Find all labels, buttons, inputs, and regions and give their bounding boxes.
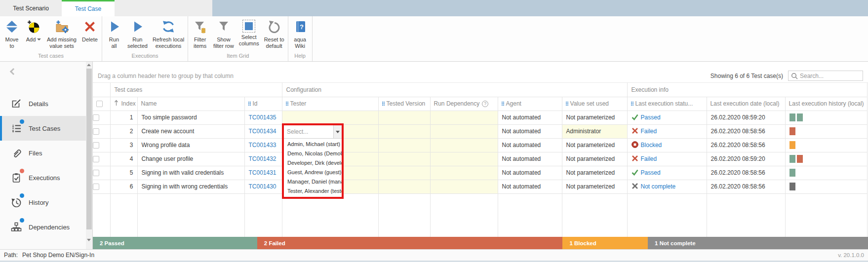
cell-name: Change user profile (137, 152, 244, 166)
sidebar-collapse-button[interactable] (0, 62, 92, 81)
status-link[interactable]: Failed (641, 155, 657, 162)
cell-id-link[interactable]: TC001430 (244, 180, 282, 193)
ribbon-group-help: ? aqua Wiki Help (288, 16, 313, 61)
tester-option[interactable]: Guest, Andrew (guest) (284, 168, 342, 177)
cell-tester[interactable] (282, 111, 378, 124)
tab-test-case[interactable]: Test Case (62, 0, 115, 16)
tester-option[interactable]: Tester, Alexander (tester) (284, 187, 342, 196)
cell-history (785, 152, 867, 166)
column-drag-icon (631, 102, 632, 103)
row-checkbox[interactable] (93, 114, 99, 121)
column-group-header[interactable]: Configuration (282, 83, 627, 97)
tab-test-scenario[interactable]: Test Scenario (0, 0, 62, 16)
cell-id-link[interactable]: TC001433 (244, 138, 282, 152)
table-row[interactable]: 4Change user profileTC001432Not automate… (93, 152, 867, 166)
scroll-up-icon[interactable] (87, 64, 91, 66)
status-segment: 1 Blocked (562, 237, 648, 249)
passed-icon (631, 113, 638, 122)
cell-tested-version[interactable] (378, 111, 430, 124)
cell-id-link[interactable]: TC001435 (244, 111, 282, 124)
run-selected-button[interactable]: Run selected (125, 19, 150, 50)
select-columns-icon (242, 20, 255, 33)
cell-run-dependency[interactable] (430, 152, 498, 166)
table-row[interactable]: 2Create new accountTC001434Not automated… (93, 124, 867, 138)
add-button[interactable]: Add (23, 19, 44, 44)
cell-index: 5 (110, 166, 137, 180)
column-header[interactable]: Agent (498, 97, 562, 111)
delete-button[interactable]: Delete (79, 19, 101, 44)
move-to-button[interactable]: Move to (1, 19, 23, 50)
cell-tested-version[interactable] (378, 166, 430, 180)
cell-run-dependency[interactable] (430, 166, 498, 180)
cell-agent: Not automated (498, 166, 562, 180)
column-group-header[interactable]: Test cases (110, 83, 282, 97)
sidebar-item-executions[interactable]: Executions (0, 165, 92, 190)
tester-select-editor[interactable]: Select... (284, 125, 342, 139)
cell-status: Failed (627, 124, 707, 138)
search-box[interactable] (788, 71, 863, 81)
select-all-checkbox[interactable] (96, 101, 103, 107)
group-by-banner[interactable]: Drag a column header here to group by th… (93, 73, 710, 79)
cell-tested-version[interactable] (378, 138, 430, 152)
column-header[interactable]: Index (110, 97, 137, 111)
column-header[interactable]: Tested Version (378, 97, 430, 111)
dropdown-arrow-button[interactable] (333, 125, 342, 138)
table-row[interactable]: 3Wrong profile dataTC001433Not automated… (93, 138, 867, 152)
cell-id-link[interactable]: TC001431 (244, 166, 282, 180)
row-checkbox[interactable] (93, 184, 99, 190)
sidebar-item-files[interactable]: Files (0, 141, 92, 165)
cell-id-link[interactable]: TC001434 (244, 124, 282, 138)
status-link[interactable]: Passed (641, 169, 661, 176)
show-filter-row-button[interactable]: Show filter row (211, 19, 237, 50)
search-input[interactable] (800, 73, 860, 79)
column-header[interactable]: Id (244, 97, 282, 111)
cell-tested-version[interactable] (378, 152, 430, 166)
table-row[interactable]: 5Signing in with valid credentialsTC0014… (93, 166, 867, 180)
select-columns-button[interactable]: Select columns (237, 19, 262, 48)
status-link[interactable]: Failed (641, 128, 657, 135)
row-checkbox[interactable] (93, 142, 99, 149)
column-header[interactable]: Tester (282, 97, 378, 111)
cell-run-dependency[interactable] (430, 111, 498, 124)
status-link[interactable]: Blocked (641, 142, 662, 149)
cell-run-dependency[interactable] (430, 180, 498, 193)
cell-run-dependency[interactable] (430, 124, 498, 138)
sidebar-item-details[interactable]: Details (0, 91, 92, 116)
column-header[interactable]: Last execution history (local) (785, 97, 867, 111)
status-link[interactable]: Not complete (641, 183, 676, 190)
table-row[interactable]: 6Signing in with wrong credentialsTC0014… (93, 180, 867, 193)
cell-tested-version[interactable] (378, 180, 430, 193)
tester-option[interactable]: Manager, Daniel (manager) (284, 177, 342, 187)
sidebar-item-dependencies[interactable]: Dependencies (0, 215, 92, 239)
column-group-header[interactable]: Execution info (627, 83, 867, 97)
tester-option[interactable]: Demo, Nicolas (DemoUser) (284, 149, 342, 158)
cell-run-dependency[interactable] (430, 138, 498, 152)
scroll-down-icon[interactable] (87, 239, 91, 241)
row-checkbox[interactable] (93, 128, 99, 135)
cell-id-link[interactable]: TC001432 (244, 152, 282, 166)
tester-option[interactable]: Admin, Michael (start) (284, 140, 342, 149)
column-header-row: IndexNameIdTesterTested VersionRun Depen… (93, 97, 867, 111)
row-checkbox[interactable] (93, 170, 99, 176)
reset-to-default-button[interactable]: Reset to default (262, 19, 287, 50)
row-checkbox[interactable] (93, 156, 99, 162)
cell-tested-version[interactable] (378, 124, 430, 138)
refresh-local-executions-button[interactable]: Refresh local executions (150, 19, 187, 50)
sidebar-item-history[interactable]: History (0, 190, 92, 215)
column-header[interactable]: Value set used (562, 97, 627, 111)
sidebar-item-test-cases[interactable]: Test Cases (0, 116, 86, 141)
column-header[interactable]: Run Dependency? (430, 97, 498, 111)
column-header[interactable]: Name (137, 97, 244, 111)
tester-option[interactable]: Developer, Dirk (developer) (284, 158, 342, 168)
column-header[interactable]: Last execution date (local) (707, 97, 785, 111)
status-link[interactable]: Passed (641, 114, 661, 121)
add-missing-value-sets-button[interactable]: Add missing value sets (44, 19, 79, 50)
table-row[interactable]: 1Too simple passwordTC001435Not automate… (93, 111, 867, 124)
run-all-button[interactable]: Run all (103, 19, 125, 50)
chevron-down-icon (37, 38, 41, 40)
filter-items-button[interactable]: Filter items (189, 19, 211, 50)
scrollbar-thumb[interactable] (86, 69, 92, 229)
aqua-wiki-button[interactable]: ? aqua Wiki (289, 19, 311, 50)
column-header[interactable]: Last execution statu... (627, 97, 707, 111)
sidebar-scrollbar[interactable] (86, 62, 92, 249)
